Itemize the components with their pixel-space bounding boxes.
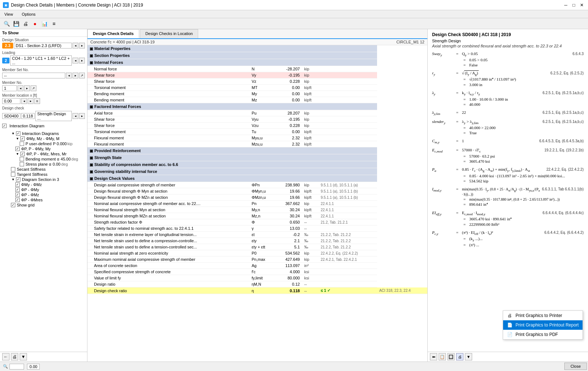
toggle-governing[interactable]: ▣ [90, 170, 93, 174]
toolbar-btn-1[interactable]: 🔍 [2, 19, 11, 28]
tree-item-phip-phimres[interactable]: ΦP - ΦMres [0, 197, 87, 202]
section-dcv[interactable]: ▣Design Check Values [87, 175, 427, 182]
section-strength[interactable]: ▣Strength State [87, 154, 427, 161]
loading-next-btn[interactable]: ▸ [79, 58, 85, 63]
tree-check-12[interactable] [15, 188, 20, 192]
ms-prev-btn[interactable]: ◂ [66, 73, 72, 78]
tree-item-tangent[interactable]: Tangent Stiffness [0, 172, 87, 177]
tree-item-phip-phimy[interactable]: ΦP - ΦMy [0, 187, 87, 192]
right-content[interactable]: Design Check SD0400 | ACI 318 | 2019 Str… [428, 29, 588, 352]
dc-id[interactable]: SD0400 [2, 113, 20, 119]
tree-item-phip-my[interactable]: ΦP, P - ΦMy, My [0, 146, 87, 151]
dc-type[interactable]: Strength Design ... [35, 111, 72, 121]
tree-check-4[interactable] [15, 147, 20, 151]
close-button[interactable]: Close [564, 363, 587, 370]
rbb-btn-4[interactable]: ▼ [465, 353, 472, 360]
ds-prev-btn[interactable]: ◂ [72, 43, 78, 49]
maximize-button[interactable]: □ [571, 2, 577, 8]
tree-item-interaction-diagrams[interactable]: ▼ Interaction Diagrams [0, 131, 87, 136]
tree-item-stress-plane[interactable]: Stress plane α 0.00 deg [0, 162, 87, 167]
ms-next-btn[interactable]: ▸ [72, 73, 78, 78]
toolbar-btn-6[interactable]: ≡ [50, 19, 58, 28]
toolbar-btn-3[interactable]: 🖨 [21, 19, 30, 28]
member-set-input[interactable]: -- [2, 73, 65, 78]
toggle-material[interactable]: ▣ [90, 47, 93, 51]
section-reinforcement[interactable]: ▣Provided Reinforcement [87, 147, 427, 154]
tree-item-phimy[interactable]: ▼ ΦMy, Mz - ΦMy, M [0, 136, 87, 141]
tree-item-diagram-sec3[interactable]: ▼ Diagram Section in 3 [0, 177, 87, 182]
tree-item-bend-moment[interactable]: Bending moment α 45.00 deg [0, 156, 87, 162]
menu-view[interactable]: View [3, 11, 15, 17]
toolbar-btn-4[interactable]: ● [31, 19, 39, 28]
tree-item-puser[interactable]: P user-defined P 0.000 kip [0, 141, 87, 146]
dc-next-btn[interactable]: ▸ [79, 113, 85, 119]
toggle-stability[interactable]: ▣ [90, 163, 93, 167]
tree-check-10[interactable] [16, 177, 20, 182]
tree-check-15[interactable] [11, 203, 15, 207]
ctx-print-printout[interactable]: 📄 Print Graphics to Printout Report [503, 320, 583, 330]
left-bottom-btn-2[interactable]: 🖨 [11, 353, 18, 360]
mn-action-btn[interactable]: ↗ [31, 85, 36, 91]
search-input[interactable] [9, 364, 24, 370]
tree-item-phip-phimz[interactable]: ΦP - ΦMz [0, 192, 87, 197]
ctx-print-pdf[interactable]: 📄 Print Graphics to PDF [503, 330, 583, 339]
tab-design-checks-location[interactable]: Design Checks in Location [140, 29, 198, 38]
section-internal-forces[interactable]: ▣Internal Forces [87, 59, 427, 66]
ml-prev-btn[interactable]: ◂ [21, 98, 27, 104]
toolbar-btn-2[interactable]: 💾 [12, 19, 20, 28]
toggle-dcv[interactable]: ▣ [90, 177, 93, 181]
section-section-props[interactable]: ▣Section Properties [87, 52, 427, 59]
rbb-btn-3[interactable]: 🔲 [447, 353, 455, 360]
tree-check-13[interactable] [15, 193, 20, 197]
loading-text[interactable]: CO4 - 1.20 * LC1 + 1.60 * LC2 + ... [10, 55, 72, 66]
interaction-diagram-checkbox[interactable] [2, 124, 7, 128]
tree-item-secant[interactable]: Secant Stiffness [0, 167, 87, 172]
tree-check-2[interactable] [20, 136, 25, 141]
left-bottom-btn-1[interactable]: ← [2, 353, 9, 360]
ds-next-btn[interactable]: ▸ [79, 43, 85, 49]
tree-check-6[interactable] [20, 157, 24, 161]
section-factored[interactable]: ▣Factored Internal Forces [87, 103, 427, 110]
toggle-internal[interactable]: ▣ [90, 61, 93, 65]
toggle-factored[interactable]: ▣ [90, 105, 93, 109]
tree-check-11[interactable] [15, 182, 20, 187]
ctx-print-printer[interactable]: 🖨 Print Graphics to Printer [503, 311, 583, 320]
ms-action-btn[interactable]: ↗ [79, 73, 85, 78]
minimize-button[interactable]: ─ [562, 2, 569, 8]
window-close-button[interactable]: ✕ [579, 2, 585, 8]
ml-unit-btn[interactable]: ft [34, 98, 40, 104]
rbb-btn-2[interactable]: 📋 [439, 353, 446, 360]
tree-item-phip-mres[interactable]: ▼ ΦP, P - ΦMz, Mres, Mr [0, 151, 87, 156]
expand-icon[interactable]: ▼ [11, 131, 15, 136]
member-no-input[interactable]: 1 [2, 85, 17, 91]
expand-icon-2[interactable]: ▼ [15, 136, 20, 141]
expand-icon-3[interactable]: ▼ [15, 152, 20, 156]
loading-prev-btn[interactable]: ◂ [72, 58, 78, 63]
toggle-section[interactable]: ▣ [90, 54, 93, 58]
left-bottom-btn-3[interactable]: ▼ [20, 353, 27, 360]
tree-check-1[interactable] [16, 131, 20, 136]
rbb-btn-print[interactable]: 🖨 [456, 353, 463, 360]
tree-check-3[interactable] [20, 142, 24, 146]
menu-options[interactable]: Options [20, 11, 37, 17]
tree-check-8[interactable] [11, 167, 15, 171]
tree-check-14[interactable] [15, 198, 20, 202]
ds-text[interactable]: DS1 - Section 2.3 (LRFD) [14, 43, 72, 49]
section-stability[interactable]: ▣Stability of compression member acc. to… [87, 161, 427, 168]
section-governing[interactable]: ▣Governing stability internal force [87, 168, 427, 175]
tab-design-check-details[interactable]: Design Check Details [87, 29, 139, 38]
expand-icon-4[interactable]: ▼ [11, 177, 15, 182]
toggle-strength[interactable]: ▣ [90, 156, 93, 160]
mn-next-btn[interactable]: ▸ [24, 85, 30, 91]
ml-next-btn[interactable]: ▸ [28, 98, 34, 104]
tree-item-phimy-phimz[interactable]: ΦMy - ΦMz [0, 182, 87, 187]
data-table-scroll[interactable]: ▣Material Properties ▣Section Properties… [87, 45, 427, 362]
tree-item-show-grid[interactable]: Show grid [0, 202, 87, 208]
mn-prev-btn[interactable]: ◂ [17, 85, 23, 91]
dc-prev-btn[interactable]: ◂ [72, 113, 78, 119]
rbb-btn-1[interactable]: ⬅ [430, 353, 437, 360]
toolbar-btn-5[interactable]: 📊 [40, 19, 49, 28]
tree-check-7[interactable] [20, 162, 24, 166]
section-material[interactable]: ▣Material Properties [87, 45, 427, 52]
toggle-reinforcement[interactable]: ▣ [90, 149, 93, 153]
